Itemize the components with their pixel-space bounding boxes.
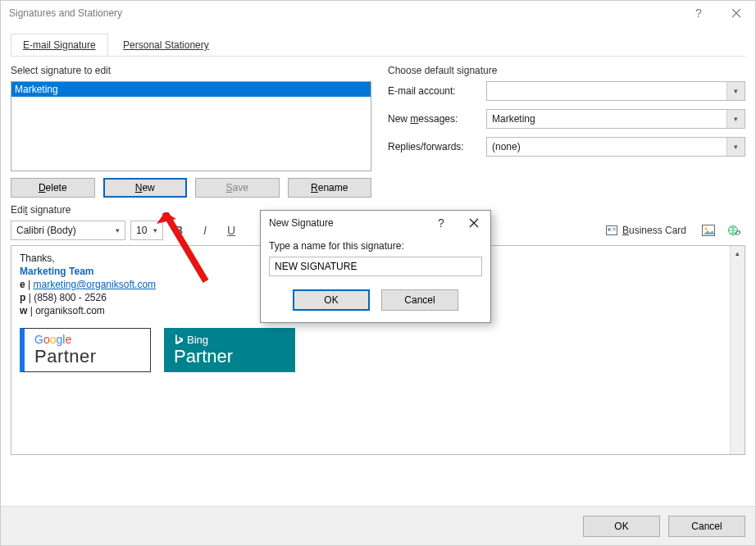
dialog-cancel-button[interactable]: Cancel [668, 516, 745, 537]
chevron-down-icon: ▾ [148, 226, 162, 234]
font-name-combo[interactable]: Calibri (Body)▾ [11, 221, 125, 240]
popup-titlebar: New Signature ? [261, 211, 490, 235]
business-card-button[interactable]: Business Card [599, 221, 693, 240]
scroll-up-icon[interactable]: ▴ [731, 246, 745, 261]
google-partner-badge: Google Partner [20, 328, 151, 372]
email-account-combo[interactable]: ▾ [486, 81, 745, 101]
new-messages-label: New messages: [388, 113, 486, 125]
new-messages-value: Marketing [492, 113, 535, 125]
tab-email-signature[interactable]: E-mail Signature [11, 34, 108, 56]
close-icon [469, 218, 479, 228]
replies-combo[interactable]: (none) ▾ [486, 137, 745, 157]
sig-email-link[interactable]: marketing@organiksoft.com [33, 279, 156, 290]
chevron-down-icon: ▾ [110, 226, 125, 234]
chevron-down-icon: ▾ [726, 110, 745, 128]
close-button[interactable] [717, 1, 755, 25]
bing-logo: Bing [174, 334, 233, 346]
dialog-footer: OK Cancel [1, 506, 755, 545]
font-size-combo[interactable]: 10▾ [130, 221, 163, 240]
hyperlink-button[interactable] [724, 221, 745, 240]
underline-button[interactable]: U [221, 221, 242, 240]
titlebar: Signatures and Stationery ? [1, 1, 755, 25]
bing-icon [174, 334, 184, 345]
partner-badges: Google Partner Bing Partner [20, 328, 736, 372]
chevron-down-icon: ▾ [726, 82, 745, 100]
globe-link-icon [727, 225, 742, 236]
popup-close-button[interactable] [458, 211, 490, 235]
chevron-down-icon: ▾ [726, 138, 745, 156]
bing-partner-badge: Bing Partner [164, 328, 295, 372]
popup-prompt: Type a name for this signature: [269, 240, 482, 252]
popup-title: New Signature [269, 217, 334, 229]
delete-button[interactable]: Delete [11, 178, 95, 198]
popup-help-button[interactable]: ? [425, 211, 458, 235]
popup-ok-button[interactable]: OK [293, 289, 370, 311]
signature-name-input[interactable] [269, 257, 482, 276]
svg-point-1 [608, 228, 611, 231]
email-account-label: E-mail account: [388, 85, 486, 97]
card-icon [606, 225, 617, 235]
image-button[interactable] [698, 221, 719, 240]
signatures-dialog: Signatures and Stationery ? E-mail Signa… [0, 0, 756, 546]
svg-point-7 [736, 230, 741, 235]
list-item[interactable]: Marketing [11, 82, 371, 97]
new-messages-combo[interactable]: Marketing ▾ [486, 109, 745, 129]
tabs: E-mail Signature Personal Stationery [11, 34, 745, 57]
window-title: Signatures and Stationery [9, 7, 122, 19]
svg-rect-2 [613, 228, 616, 229]
new-signature-popup: New Signature ? Type a name for this sig… [260, 210, 491, 323]
editor-scrollbar[interactable]: ▴ [730, 246, 745, 454]
google-logo: Google [34, 333, 97, 346]
defaults-label: Choose default signature [388, 65, 745, 76]
signature-list[interactable]: Marketing [11, 81, 371, 171]
image-icon [702, 225, 715, 236]
tab-personal-stationery[interactable]: Personal Stationery [111, 34, 221, 56]
replies-label: Replies/forwards: [388, 141, 486, 152]
rename-button[interactable]: Rename [288, 178, 372, 198]
close-icon [731, 8, 741, 18]
svg-rect-3 [613, 230, 616, 230]
select-signature-label: Select signature to edit [11, 65, 371, 76]
svg-point-5 [705, 228, 708, 230]
save-button[interactable]: Save [195, 178, 280, 198]
new-button[interactable]: New [103, 178, 188, 198]
bold-button[interactable]: B [168, 221, 189, 240]
dialog-ok-button[interactable]: OK [583, 516, 660, 537]
replies-value: (none) [492, 141, 521, 152]
italic-button[interactable]: I [194, 221, 216, 240]
popup-cancel-button[interactable]: Cancel [381, 289, 458, 311]
help-button[interactable]: ? [680, 1, 717, 25]
